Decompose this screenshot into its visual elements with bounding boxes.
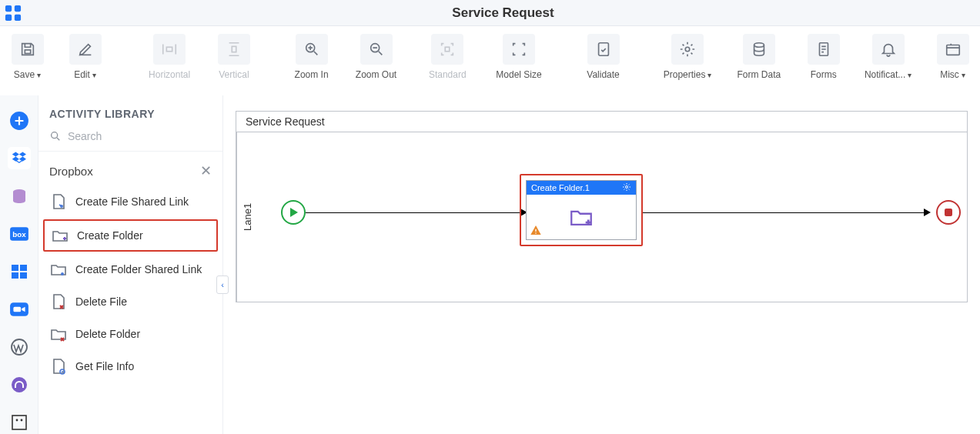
svg-point-28 bbox=[15, 419, 18, 422]
arrowhead-icon bbox=[924, 209, 931, 216]
search-icon bbox=[49, 129, 62, 143]
save-label: Save bbox=[14, 69, 35, 80]
vertical-label: Vertical bbox=[219, 69, 249, 80]
lane-title: Service Request bbox=[236, 112, 967, 132]
svg-point-11 bbox=[685, 47, 690, 52]
search-input[interactable] bbox=[68, 130, 212, 142]
more-icon[interactable] bbox=[8, 412, 31, 434]
headset-icon[interactable] bbox=[8, 374, 31, 396]
search-row[interactable] bbox=[38, 126, 222, 152]
flow-connector[interactable] bbox=[306, 212, 523, 213]
svg-rect-9 bbox=[446, 47, 450, 52]
lib-item-label: Create Folder Shared Link bbox=[75, 263, 202, 275]
svg-point-12 bbox=[754, 43, 764, 48]
lane-content[interactable]: Create Folder.1 bbox=[258, 132, 967, 302]
form-data-label: Form Data bbox=[738, 69, 781, 80]
model-size-button[interactable]: Model Size bbox=[485, 34, 554, 80]
chevron-down-icon: ▾ bbox=[37, 71, 41, 79]
save-icon bbox=[12, 34, 44, 65]
misc-label: Misc bbox=[940, 69, 959, 80]
zoom-in-label: Zoom In bbox=[295, 69, 329, 80]
canvas[interactable]: Service Request Lane1 Create Folder.1 bbox=[223, 95, 980, 434]
svg-rect-1 bbox=[15, 5, 21, 11]
gear-icon[interactable] bbox=[622, 182, 631, 193]
lib-item-delete-file[interactable]: Delete File bbox=[38, 285, 222, 318]
zoom-out-label: Zoom Out bbox=[356, 69, 396, 80]
zoom-app-icon[interactable] bbox=[8, 299, 31, 321]
misc-button[interactable]: Misc▾ bbox=[925, 34, 980, 80]
windows-icon[interactable] bbox=[8, 260, 31, 282]
forms-button[interactable]: Forms bbox=[796, 34, 851, 80]
validate-button[interactable]: Validate bbox=[576, 34, 630, 80]
top-bar: Service Request bbox=[0, 0, 980, 26]
add-circle-icon[interactable] bbox=[8, 109, 31, 132]
lib-item-create-folder[interactable]: Create Folder bbox=[43, 219, 218, 252]
model-size-icon bbox=[503, 34, 535, 65]
svg-rect-0 bbox=[5, 5, 12, 11]
notifications-button[interactable]: Notificat...▾ bbox=[854, 34, 922, 80]
svg-rect-3 bbox=[15, 14, 21, 20]
misc-icon bbox=[937, 34, 969, 65]
activity-header[interactable]: Create Folder.1 bbox=[527, 181, 636, 195]
box-icon[interactable]: box bbox=[8, 222, 31, 245]
lib-item-label: Delete Folder bbox=[75, 328, 140, 340]
chevron-down-icon: ▾ bbox=[962, 71, 965, 79]
database-icon[interactable] bbox=[8, 185, 31, 207]
flow-connector[interactable] bbox=[643, 212, 928, 213]
warning-icon bbox=[530, 224, 542, 236]
svg-rect-6 bbox=[232, 46, 236, 52]
zoom-out-icon bbox=[360, 34, 393, 65]
properties-button[interactable]: Properties▾ bbox=[654, 34, 722, 80]
form-data-button[interactable]: Form Data bbox=[725, 34, 794, 80]
play-icon bbox=[290, 208, 298, 217]
edit-icon bbox=[69, 34, 102, 65]
dropbox-icon[interactable] bbox=[8, 147, 31, 169]
group-label: Dropbox bbox=[49, 165, 93, 178]
lib-item-create-file-shared-link[interactable]: Create File Shared Link bbox=[38, 185, 222, 218]
forms-label: Forms bbox=[811, 69, 837, 80]
end-node[interactable] bbox=[936, 200, 961, 225]
zoom-out-button[interactable]: Zoom Out bbox=[342, 34, 410, 80]
notifications-label: Notificat... bbox=[865, 69, 905, 80]
lib-item-get-file-info[interactable]: Get File Info bbox=[38, 350, 222, 382]
zoom-in-icon bbox=[296, 34, 328, 65]
folder-plus-icon bbox=[51, 226, 69, 245]
toolbar: Save▾ Edit▾ Horizontal Vertical Zoom In … bbox=[0, 26, 980, 95]
activity-library: ACTIVITY LIBRARY Dropbox ✕ Create File S… bbox=[38, 95, 223, 434]
svg-rect-14 bbox=[946, 45, 959, 55]
horizontal-button[interactable]: Horizontal bbox=[135, 34, 204, 80]
horizontal-label: Horizontal bbox=[149, 69, 190, 80]
svg-rect-24 bbox=[13, 307, 21, 312]
zoom-in-button[interactable]: Zoom In bbox=[284, 34, 339, 80]
lib-item-delete-folder[interactable]: Delete Folder bbox=[38, 318, 222, 350]
wordpress-icon[interactable] bbox=[8, 336, 31, 359]
svg-point-26 bbox=[12, 377, 27, 392]
edit-button[interactable]: Edit▾ bbox=[58, 34, 112, 80]
left-rail: box bbox=[0, 95, 38, 434]
model-size-label: Model Size bbox=[496, 69, 541, 80]
app-logo-icon[interactable] bbox=[0, 0, 26, 26]
lib-item-label: Get File Info bbox=[75, 360, 134, 372]
save-button[interactable]: Save▾ bbox=[0, 34, 55, 80]
lib-item-label: Delete File bbox=[75, 295, 127, 308]
svg-rect-4 bbox=[25, 50, 30, 54]
lane-label[interactable]: Lane1 bbox=[236, 132, 258, 302]
properties-icon bbox=[671, 34, 704, 65]
standard-label: Standard bbox=[429, 69, 467, 80]
close-icon[interactable]: ✕ bbox=[200, 162, 212, 179]
vertical-button[interactable]: Vertical bbox=[206, 34, 261, 80]
start-node[interactable] bbox=[281, 200, 306, 225]
standard-button[interactable]: Standard bbox=[413, 34, 482, 80]
svg-rect-21 bbox=[12, 272, 18, 279]
folder-plus-large-icon bbox=[566, 204, 597, 230]
activity-node-create-folder[interactable]: Create Folder.1 bbox=[520, 174, 643, 246]
file-delete-icon bbox=[49, 292, 68, 311]
standard-icon bbox=[431, 34, 463, 65]
svg-point-30 bbox=[52, 132, 58, 139]
stop-icon bbox=[945, 209, 952, 216]
folder-delete-icon bbox=[49, 325, 68, 343]
library-heading: ACTIVITY LIBRARY bbox=[38, 95, 222, 126]
svg-rect-19 bbox=[12, 265, 18, 271]
lib-item-create-folder-shared-link[interactable]: Create Folder Shared Link bbox=[38, 253, 222, 285]
library-group-header[interactable]: Dropbox ✕ bbox=[38, 156, 222, 185]
